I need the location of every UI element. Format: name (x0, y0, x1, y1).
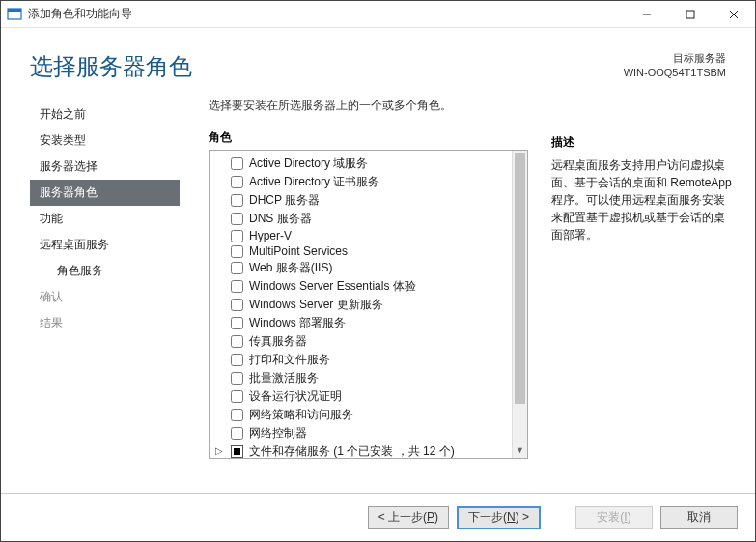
role-item[interactable]: Active Directory 域服务 (213, 155, 508, 173)
role-label: Active Directory 证书服务 (249, 174, 379, 190)
role-label: 打印和文件服务 (249, 352, 330, 368)
role-item[interactable]: 传真服务器 (213, 332, 508, 351)
role-item[interactable]: ▷文件和存储服务 (1 个已安装 ，共 12 个) (213, 442, 508, 458)
app-icon (7, 7, 22, 22)
nav-step[interactable]: 安装类型 (30, 128, 180, 154)
nav-step[interactable]: 服务器角色 (30, 180, 180, 206)
role-item[interactable]: Active Directory 证书服务 (213, 173, 508, 191)
target-server-name: WIN-OOQ54T1TSBM (624, 66, 726, 80)
role-label: Windows 部署服务 (249, 315, 346, 331)
role-item[interactable]: Windows 部署服务 (213, 314, 508, 332)
role-checkbox[interactable] (231, 354, 243, 366)
role-label: 文件和存储服务 (1 个已安装 ，共 12 个) (249, 443, 455, 458)
role-checkbox[interactable] (231, 335, 243, 348)
window-controls (625, 1, 755, 27)
role-checkbox[interactable] (231, 262, 243, 274)
role-checkbox[interactable] (231, 409, 243, 421)
role-checkbox[interactable] (231, 317, 243, 329)
role-checkbox[interactable] (231, 427, 243, 440)
role-checkbox[interactable] (231, 157, 243, 170)
role-checkbox[interactable] (231, 299, 243, 311)
role-label: Windows Server Essentials 体验 (249, 278, 416, 295)
role-item[interactable]: 打印和文件服务 (213, 351, 508, 369)
role-label: DHCP 服务器 (249, 192, 320, 209)
role-item[interactable]: 设备运行状况证明 (213, 387, 508, 406)
wizard-body: 选择服务器角色 目标服务器 WIN-OOQ54T1TSBM 开始之前安装类型服务… (1, 28, 755, 541)
role-checkbox[interactable] (231, 230, 243, 242)
role-checkbox[interactable] (231, 372, 243, 385)
nav-step[interactable]: 服务器选择 (30, 154, 180, 180)
install-button[interactable]: 安装(I) (575, 506, 653, 529)
description-pane: 描述 远程桌面服务支持用户访问虚拟桌面、基于会话的桌面和 RemoteApp 程… (547, 98, 736, 493)
nav-step[interactable]: 开始之前 (30, 101, 180, 128)
role-label: 批量激活服务 (249, 370, 319, 386)
maximize-button[interactable] (668, 1, 712, 27)
description-section-label: 描述 (551, 134, 736, 151)
role-item[interactable]: 网络控制器 (213, 424, 508, 442)
nav-step[interactable]: 远程桌面服务 (30, 232, 180, 258)
target-label: 目标服务器 (624, 51, 726, 66)
instruction-text: 选择要安装在所选服务器上的一个或多个角色。 (209, 98, 528, 114)
role-label: Active Directory 域服务 (249, 156, 368, 172)
role-checkbox[interactable] (231, 390, 243, 403)
role-label: 网络控制器 (249, 425, 307, 442)
nav-step[interactable]: 角色服务 (30, 258, 180, 284)
svg-rect-3 (686, 11, 694, 18)
role-item[interactable]: 批量激活服务 (213, 369, 508, 387)
roles-section-label: 角色 (209, 129, 528, 146)
role-item[interactable]: MultiPoint Services (213, 243, 508, 259)
center-pane: 选择要安装在所选服务器上的一个或多个角色。 角色 Active Director… (180, 98, 547, 493)
next-button[interactable]: 下一步(N) > (457, 506, 541, 529)
page-title: 选择服务器角色 (30, 51, 624, 82)
role-checkbox[interactable] (231, 176, 243, 188)
cancel-button[interactable]: 取消 (660, 506, 738, 529)
role-item[interactable]: Windows Server Essentials 体验 (213, 277, 508, 296)
role-checkbox[interactable] (231, 280, 243, 293)
role-label: Web 服务器(IIS) (249, 260, 332, 276)
role-label: Windows Server 更新服务 (249, 297, 383, 313)
previous-button[interactable]: < 上一步(P) (368, 506, 449, 529)
window-title: 添加角色和功能向导 (28, 6, 625, 22)
scrollbar[interactable]: ▲ ▼ (512, 151, 527, 458)
role-checkbox[interactable] (231, 245, 243, 258)
role-label: Hyper-V (249, 229, 292, 242)
role-item[interactable]: DHCP 服务器 (213, 191, 508, 210)
close-button[interactable] (712, 1, 755, 27)
role-checkbox-partial[interactable] (231, 445, 243, 458)
minimize-button[interactable] (625, 1, 668, 27)
role-item[interactable]: Web 服务器(IIS) (213, 259, 508, 277)
role-label: 网络策略和访问服务 (249, 407, 353, 423)
role-checkbox[interactable] (231, 194, 243, 207)
footer: < 上一步(P) 下一步(N) > 安装(I) 取消 (1, 493, 755, 541)
scroll-thumb[interactable] (515, 153, 525, 404)
nav-step[interactable]: 功能 (30, 206, 180, 232)
role-item[interactable]: Windows Server 更新服务 (213, 296, 508, 314)
role-item[interactable]: Hyper-V (213, 228, 508, 243)
roles-listbox[interactable]: Active Directory 域服务Active Directory 证书服… (209, 150, 528, 459)
nav-step: 结果 (30, 310, 180, 336)
target-info: 目标服务器 WIN-OOQ54T1TSBM (624, 51, 726, 81)
scroll-down-icon[interactable]: ▼ (513, 442, 527, 458)
role-item[interactable]: DNS 服务器 (213, 210, 508, 228)
nav-step: 确认 (30, 284, 180, 310)
role-label: 传真服务器 (249, 333, 307, 350)
role-label: DNS 服务器 (249, 211, 312, 227)
titlebar: 添加角色和功能向导 (1, 1, 755, 28)
role-checkbox[interactable] (231, 213, 243, 225)
svg-rect-1 (8, 9, 21, 12)
role-label: MultiPoint Services (249, 244, 348, 258)
wizard-nav: 开始之前安装类型服务器选择服务器角色功能远程桌面服务角色服务确认结果 (30, 98, 180, 493)
main-columns: 开始之前安装类型服务器选择服务器角色功能远程桌面服务角色服务确认结果 选择要安装… (1, 90, 755, 493)
description-text: 远程桌面服务支持用户访问虚拟桌面、基于会话的桌面和 RemoteApp 程序。可… (551, 157, 736, 243)
role-item[interactable]: 网络策略和访问服务 (213, 406, 508, 424)
expand-icon[interactable]: ▷ (215, 445, 225, 455)
wizard-header: 选择服务器角色 目标服务器 WIN-OOQ54T1TSBM (1, 28, 755, 90)
role-label: 设备运行状况证明 (249, 388, 342, 405)
